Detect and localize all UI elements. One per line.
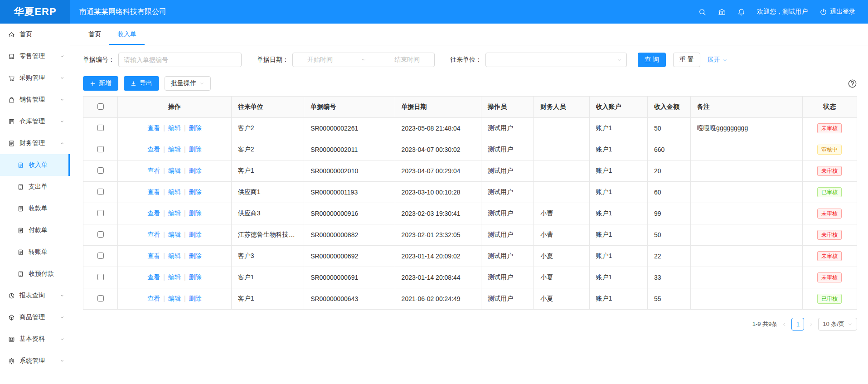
row-checkbox[interactable] [97, 210, 104, 216]
view-link[interactable]: 查看 [147, 124, 160, 131]
page-1-button[interactable]: 1 [791, 318, 804, 331]
bell-icon[interactable] [737, 8, 745, 16]
sidebar-item-retail[interactable]: 零售管理 [0, 45, 70, 67]
delete-link[interactable]: 删除 [189, 273, 202, 281]
sidebar-item-receipt[interactable]: 收款单 [0, 198, 70, 219]
sidebar-item-purchase[interactable]: 采购管理 [0, 67, 70, 89]
tab-income[interactable]: 收入单 [109, 24, 145, 45]
operator-cell: 测试用户 [481, 288, 534, 310]
row-checkbox[interactable] [97, 189, 104, 195]
view-link[interactable]: 查看 [147, 295, 160, 302]
bill-date-cell: 2023-02-03 19:30:41 [395, 203, 481, 224]
view-link[interactable]: 查看 [147, 273, 160, 281]
delete-link[interactable]: 删除 [189, 188, 202, 195]
edit-link[interactable]: 编辑 [168, 273, 181, 281]
row-checkbox[interactable] [97, 167, 104, 174]
expand-link[interactable]: 展开 [708, 56, 727, 64]
edit-link[interactable]: 编辑 [168, 231, 181, 238]
delete-link[interactable]: 删除 [189, 252, 202, 259]
row-checkbox[interactable] [97, 295, 104, 301]
sidebar-item-expense[interactable]: 支出单 [0, 176, 70, 198]
reset-button[interactable]: 重 置 [673, 53, 700, 67]
bill-number-cell: SR00000000692 [304, 246, 395, 267]
edit-link[interactable]: 编辑 [168, 295, 181, 302]
next-page-button[interactable] [809, 322, 814, 327]
page-size-select[interactable]: 10 条/页 [818, 318, 857, 331]
filter-bar: 单据编号： 单据日期： 开始时间 ~ 结束时间 往来单位： 查 询 重 置 展开 [70, 45, 868, 67]
sidebar-item-finance[interactable]: 财务管理 [0, 132, 70, 154]
row-checkbox[interactable] [97, 146, 104, 152]
edit-link[interactable]: 编辑 [168, 146, 181, 153]
view-link[interactable]: 查看 [147, 146, 160, 153]
finance-icon [8, 140, 15, 147]
row-checkbox[interactable] [97, 274, 104, 280]
edit-link[interactable]: 编辑 [168, 209, 181, 217]
sidebar-item-basic[interactable]: 基本资料 [0, 328, 70, 350]
view-link[interactable]: 查看 [147, 252, 160, 259]
delete-link[interactable]: 删除 [189, 295, 202, 302]
welcome-user[interactable]: 欢迎您，测试用户 [757, 8, 808, 16]
prev-page-button[interactable] [782, 322, 787, 327]
add-button[interactable]: 新增 [83, 76, 118, 91]
edit-link[interactable]: 编辑 [168, 188, 181, 195]
delete-link[interactable]: 删除 [189, 209, 202, 217]
date-range-picker[interactable]: 开始时间 ~ 结束时间 [292, 53, 435, 67]
status-badge: 审核中 [817, 145, 842, 155]
bill-date-cell: 2023-04-07 00:29:04 [395, 160, 481, 182]
sidebar-item-income[interactable]: 收入单 [0, 154, 70, 176]
delete-link[interactable]: 删除 [189, 167, 202, 174]
sidebar-item-sales[interactable]: 销售管理 [0, 89, 70, 111]
view-link[interactable]: 查看 [147, 231, 160, 238]
report-icon [8, 292, 15, 299]
sidebar-item-payment[interactable]: 付款单 [0, 219, 70, 241]
status-cell: 未审核 [802, 267, 857, 288]
bank-icon[interactable] [718, 8, 726, 16]
edit-link[interactable]: 编辑 [168, 252, 181, 259]
edit-link[interactable]: 编辑 [168, 167, 181, 174]
action-separator: | [163, 295, 165, 302]
unit-select[interactable] [485, 53, 627, 67]
bill-number-input[interactable] [118, 53, 242, 67]
finance-person-cell: 小曹 [534, 224, 589, 246]
sidebar-item-home[interactable]: 首页 [0, 24, 70, 45]
row-checkbox[interactable] [97, 253, 104, 259]
status-cell: 已审核 [802, 182, 857, 203]
view-link[interactable]: 查看 [147, 209, 160, 217]
row-checkbox[interactable] [97, 125, 104, 131]
bill-date-cell: 2023-05-08 21:48:04 [395, 118, 481, 139]
delete-link[interactable]: 删除 [189, 146, 202, 153]
delete-link[interactable]: 删除 [189, 231, 202, 238]
view-link[interactable]: 查看 [147, 188, 160, 195]
tab-home[interactable]: 首页 [80, 24, 109, 45]
row-select-cell [83, 267, 118, 288]
select-all-checkbox[interactable] [97, 103, 104, 110]
row-checkbox[interactable] [97, 231, 104, 238]
sidebar-item-report[interactable]: 报表查询 [0, 285, 70, 306]
unit-cell: 江苏德鲁生物科技有限... [231, 224, 304, 246]
edit-link[interactable]: 编辑 [168, 124, 181, 131]
sidebar-item-goods[interactable]: 商品管理 [0, 306, 70, 328]
operator-cell: 测试用户 [481, 118, 534, 139]
export-button[interactable]: 导出 [124, 76, 159, 91]
help-icon[interactable] [848, 79, 857, 88]
table-row: 查看|编辑|删除供应商1SR000000011932023-03-10 00:1… [83, 182, 857, 203]
bill-number-cell: SR00000000916 [304, 203, 395, 224]
bill-date-cell: 2023-01-14 20:08:44 [395, 267, 481, 288]
sidebar-item-warehouse[interactable]: 仓库管理 [0, 111, 70, 132]
view-link[interactable]: 查看 [147, 167, 160, 174]
delete-link[interactable]: 删除 [189, 124, 202, 131]
sidebar-item-transfer[interactable]: 转账单 [0, 241, 70, 263]
sidebar-item-system[interactable]: 系统管理 [0, 350, 70, 372]
sidebar-item-prepayment[interactable]: 收预付款 [0, 263, 70, 285]
unit-cell: 供应商1 [231, 182, 304, 203]
finance-person-cell [534, 160, 589, 182]
operator-cell: 测试用户 [481, 246, 534, 267]
logout-button[interactable]: 退出登录 [820, 8, 855, 16]
remark-cell [691, 182, 803, 203]
remark-cell [691, 246, 803, 267]
batch-operations-button[interactable]: 批量操作 [165, 76, 211, 91]
search-button[interactable]: 查 询 [638, 53, 666, 67]
unit-cell: 客户2 [231, 139, 304, 160]
search-icon[interactable] [698, 8, 706, 16]
bill-number-label: 单据编号： [83, 56, 115, 64]
